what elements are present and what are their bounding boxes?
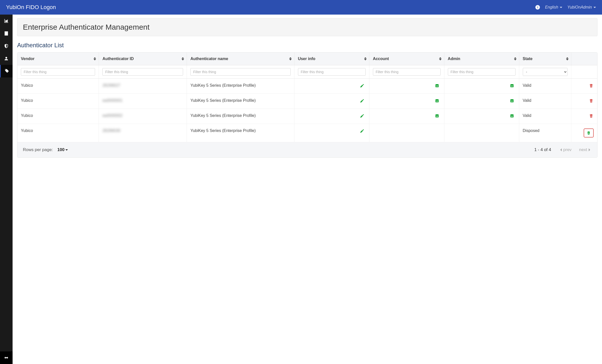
prev-button[interactable]: prev xyxy=(559,147,572,152)
table-row: Yubico28298027YubiKey 5 Series (Enterpri… xyxy=(17,79,597,94)
filter-auth-name[interactable] xyxy=(190,68,291,76)
col-user-info-label: User info xyxy=(298,57,315,61)
filter-auth-id[interactable] xyxy=(102,68,183,76)
cell-state: Disposed xyxy=(519,124,571,142)
building-icon xyxy=(4,31,9,36)
cell-auth-name: YubiKey 5 Series (Enterprise Profile) xyxy=(187,94,294,109)
edit-icon[interactable] xyxy=(360,83,365,88)
cell-action xyxy=(571,79,597,94)
sort-icon xyxy=(439,57,442,61)
filter-user-info[interactable] xyxy=(298,68,366,76)
next-button[interactable]: next xyxy=(579,147,592,152)
cell-state: Valid xyxy=(519,79,571,94)
col-auth-name[interactable]: Authenticator name xyxy=(187,53,294,65)
user-icon xyxy=(4,56,9,61)
account-icon[interactable] xyxy=(435,83,440,88)
col-user-info[interactable]: User info xyxy=(294,53,369,65)
sort-icon xyxy=(182,57,184,61)
cell-vendor: Yubico xyxy=(17,124,99,142)
topbar: YubiOn FIDO Logon i English YubiOnAdmin xyxy=(0,0,602,15)
top-right: i English YubiOnAdmin xyxy=(535,5,596,10)
cell-vendor: Yubico xyxy=(17,79,99,94)
cell-user-info xyxy=(294,124,369,142)
col-account-label: Account xyxy=(373,57,389,61)
admin-icon[interactable] xyxy=(509,98,514,103)
edit-icon[interactable] xyxy=(360,128,365,133)
sidebar-toggle[interactable] xyxy=(0,351,13,364)
edit-icon[interactable] xyxy=(360,113,365,118)
cell-action xyxy=(571,94,597,109)
filter-admin[interactable] xyxy=(448,68,515,76)
cell-auth-name: YubiKey 5 Series (Enterprise Profile) xyxy=(187,109,294,124)
chevron-left-icon xyxy=(559,148,562,151)
sidebar-item-authenticators[interactable] xyxy=(0,65,13,77)
rows-per-page-selector[interactable]: 100 xyxy=(57,147,68,152)
sidebar xyxy=(0,15,13,364)
cell-auth-name: YubiKey 5 Series (Enterprise Profile) xyxy=(187,79,294,94)
user-menu[interactable]: YubiOnAdmin xyxy=(567,5,596,10)
filter-state[interactable]: - xyxy=(523,68,568,76)
pagination-range: 1 - 4 of 4 xyxy=(534,147,551,152)
cell-admin xyxy=(444,94,519,109)
admin-icon[interactable] xyxy=(509,113,514,118)
delete-button[interactable] xyxy=(589,113,594,118)
cell-account xyxy=(369,94,444,109)
sort-icon xyxy=(289,57,292,61)
col-actions xyxy=(571,53,597,65)
col-state-label: State xyxy=(523,57,533,61)
cell-vendor: Yubico xyxy=(17,94,99,109)
cell-auth-id: 28296030 xyxy=(99,124,187,142)
col-admin-label: Admin xyxy=(448,57,460,61)
language-selector[interactable]: English xyxy=(545,5,562,10)
brand: YubiOn FIDO Logon xyxy=(6,4,56,11)
col-auth-id-label: Authenticator ID xyxy=(102,57,134,61)
col-vendor-label: Vendor xyxy=(21,57,34,61)
cell-account xyxy=(369,124,444,142)
sort-icon xyxy=(566,57,569,61)
cell-state: Valid xyxy=(519,94,571,109)
info-icon[interactable]: i xyxy=(535,5,540,10)
cell-user-info xyxy=(294,109,369,124)
cell-account xyxy=(369,109,444,124)
cell-auth-id: ea0000001 xyxy=(99,94,187,109)
shield-icon xyxy=(4,43,9,49)
cell-user-info xyxy=(294,79,369,94)
cell-admin xyxy=(444,79,519,94)
filter-account[interactable] xyxy=(373,68,441,76)
sidebar-item-security[interactable] xyxy=(0,40,13,52)
edit-icon[interactable] xyxy=(360,98,365,103)
sort-icon xyxy=(514,57,517,61)
restore-button[interactable] xyxy=(584,128,594,138)
col-vendor[interactable]: Vendor xyxy=(17,53,99,65)
chart-icon xyxy=(4,18,9,23)
cell-state: Valid xyxy=(519,109,571,124)
account-icon[interactable] xyxy=(435,98,440,103)
col-auth-id[interactable]: Authenticator ID xyxy=(99,53,187,65)
col-account[interactable]: Account xyxy=(369,53,444,65)
sort-icon xyxy=(94,57,96,61)
page-title: Enterprise Authenticator Management xyxy=(17,18,597,36)
admin-icon[interactable] xyxy=(509,83,514,88)
table-row: Yubicoea0000001YubiKey 5 Series (Enterpr… xyxy=(17,94,597,109)
cell-auth-id: 28298027 xyxy=(99,79,187,94)
rows-per-page-label: Rows per page: xyxy=(23,147,53,152)
main-content: Enterprise Authenticator Management Auth… xyxy=(13,15,602,364)
sidebar-item-dashboard[interactable] xyxy=(0,15,13,27)
cell-admin xyxy=(444,109,519,124)
delete-button[interactable] xyxy=(589,98,594,103)
cell-user-info xyxy=(294,94,369,109)
filter-vendor[interactable] xyxy=(21,68,95,76)
delete-button[interactable] xyxy=(589,83,594,88)
table-row: Yubico28296030YubiKey 5 Series (Enterpri… xyxy=(17,124,597,142)
next-label: next xyxy=(579,147,587,152)
cell-admin xyxy=(444,124,519,142)
col-state[interactable]: State xyxy=(519,53,571,65)
sidebar-item-users[interactable] xyxy=(0,52,13,65)
prev-label: prev xyxy=(563,147,572,152)
col-auth-name-label: Authenticator name xyxy=(190,57,228,61)
col-admin[interactable]: Admin xyxy=(444,53,519,65)
account-icon[interactable] xyxy=(435,113,440,118)
sort-icon xyxy=(364,57,367,61)
chevron-right-icon xyxy=(589,148,592,151)
sidebar-item-organization[interactable] xyxy=(0,27,13,40)
